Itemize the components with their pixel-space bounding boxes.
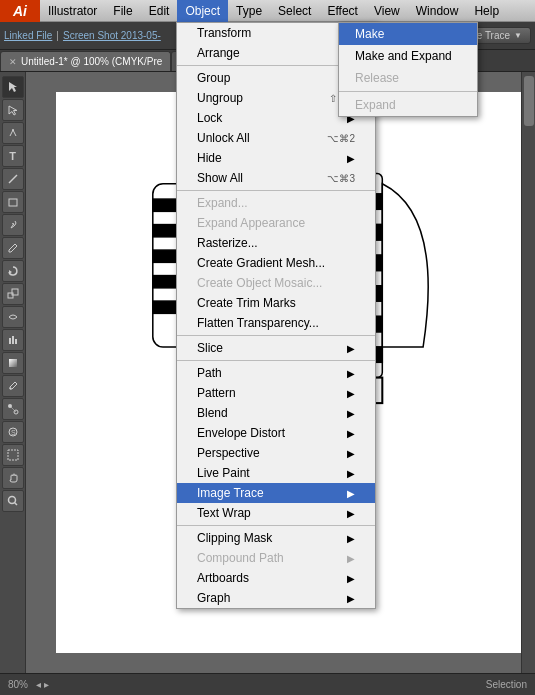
menu-separator-3 [177,335,375,336]
blend-tool[interactable] [2,398,24,420]
tab-close-x[interactable]: ✕ [9,57,17,67]
svg-point-17 [8,497,15,504]
menu-item-image-trace[interactable]: Image Trace ▶ [177,483,375,503]
menubar-edit[interactable]: Edit [141,0,178,22]
svg-rect-6 [9,338,11,344]
svg-rect-16 [8,450,18,460]
select-tool[interactable] [2,76,24,98]
menu-item-flatten-transparency[interactable]: Flatten Transparency... [177,313,375,333]
menubar: Ai Illustrator File Edit Object Type Sel… [0,0,535,22]
menu-item-expand-appearance: Expand Appearance [177,213,375,233]
linked-file-label[interactable]: Linked File [4,30,52,41]
menu-item-perspective[interactable]: Perspective ▶ [177,443,375,463]
menu-item-graph[interactable]: Graph ▶ [177,588,375,608]
type-tool[interactable]: T [2,145,24,167]
rect-tool[interactable] [2,191,24,213]
graph-tool[interactable] [2,329,24,351]
menu-item-envelope-distort[interactable]: Envelope Distort ▶ [177,423,375,443]
toolbar-separator-text: | [56,30,59,41]
menu-item-unlock-all[interactable]: Unlock All ⌥⌘2 [177,128,375,148]
menubar-effect[interactable]: Effect [319,0,365,22]
artboard-tool[interactable] [2,444,24,466]
menu-separator-2 [177,190,375,191]
image-trace-submenu: Make Make and Expand Release Expand [338,22,478,117]
pencil-tool[interactable] [2,237,24,259]
menubar-view[interactable]: View [366,0,408,22]
rotate-tool[interactable] [2,260,24,282]
app-icon: Ai [0,0,40,22]
submenu-expand: Expand [339,94,477,116]
svg-rect-9 [9,359,17,367]
bottom-bar: 80% ◂ ▸ Selection [0,673,535,695]
menu-item-create-object-mosaic: Create Object Mosaic... [177,273,375,293]
menu-item-path[interactable]: Path ▶ [177,363,375,383]
gradient-tool[interactable] [2,352,24,374]
menubar-window[interactable]: Window [408,0,467,22]
submenu-make-and-expand[interactable]: Make and Expand [339,45,477,67]
menubar-select[interactable]: Select [270,0,319,22]
menu-item-compound-path: Compound Path ▶ [177,548,375,568]
menu-item-text-wrap[interactable]: Text Wrap ▶ [177,503,375,523]
symbol-tool[interactable]: S [2,421,24,443]
menu-item-slice[interactable]: Slice ▶ [177,338,375,358]
line-tool[interactable] [2,168,24,190]
svg-point-10 [9,388,11,390]
menu-item-expand: Expand... [177,193,375,213]
menubar-help[interactable]: Help [466,0,507,22]
status-text: Selection [486,679,527,690]
svg-rect-2 [9,199,17,206]
menubar-illustrator[interactable]: Illustrator [40,0,105,22]
submenu-release: Release [339,67,477,89]
svg-text:S: S [11,429,16,436]
menubar-type[interactable]: Type [228,0,270,22]
menu-item-blend[interactable]: Blend ▶ [177,403,375,423]
menu-item-clipping-mask[interactable]: Clipping Mask ▶ [177,528,375,548]
right-panel [521,72,535,673]
menu-item-rasterize[interactable]: Rasterize... [177,233,375,253]
menu-separator-4 [177,360,375,361]
svg-rect-7 [12,336,14,344]
hand-tool[interactable] [2,467,24,489]
pen-tool[interactable] [2,122,24,144]
svg-rect-8 [15,339,17,344]
menu-item-hide[interactable]: Hide ▶ [177,148,375,168]
screenshot-label[interactable]: Screen Shot 2013-05- [63,30,161,41]
paintbrush-tool[interactable] [2,214,24,236]
svg-line-1 [9,175,17,183]
menu-item-pattern[interactable]: Pattern ▶ [177,383,375,403]
zoom-level: 80% [8,679,28,690]
menu-item-live-paint[interactable]: Live Paint ▶ [177,463,375,483]
menu-item-artboards[interactable]: Artboards ▶ [177,568,375,588]
direct-select-tool[interactable] [2,99,24,121]
tab-untitled[interactable]: ✕ Untitled-1* @ 100% (CMYK/Pre [0,51,171,71]
menubar-file[interactable]: File [105,0,140,22]
nav-arrows[interactable]: ◂ ▸ [36,679,49,690]
menu-item-create-gradient-mesh[interactable]: Create Gradient Mesh... [177,253,375,273]
tools-panel: T [0,72,26,673]
tab-label-untitled: Untitled-1* @ 100% (CMYK/Pre [21,56,162,67]
menu-item-show-all[interactable]: Show All ⌥⌘3 [177,168,375,188]
warp-tool[interactable] [2,306,24,328]
zoom-tool[interactable] [2,490,24,512]
vertical-scrollbar-thumb[interactable] [524,76,534,126]
menu-item-create-trim-marks[interactable]: Create Trim Marks [177,293,375,313]
submenu-make[interactable]: Make [339,23,477,45]
svg-line-13 [10,406,16,412]
svg-point-0 [12,129,14,131]
submenu-separator [339,91,477,92]
svg-line-18 [14,503,17,506]
eyedropper-tool[interactable] [2,375,24,397]
menu-separator-5 [177,525,375,526]
menubar-object[interactable]: Object [177,0,228,22]
scale-tool[interactable] [2,283,24,305]
